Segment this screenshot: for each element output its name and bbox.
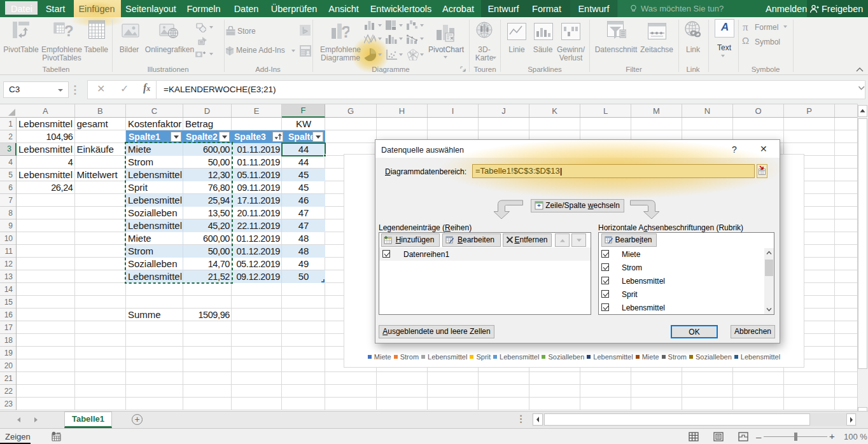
svg-text:?: ? — [341, 22, 349, 39]
svg-text:?: ? — [64, 22, 74, 39]
